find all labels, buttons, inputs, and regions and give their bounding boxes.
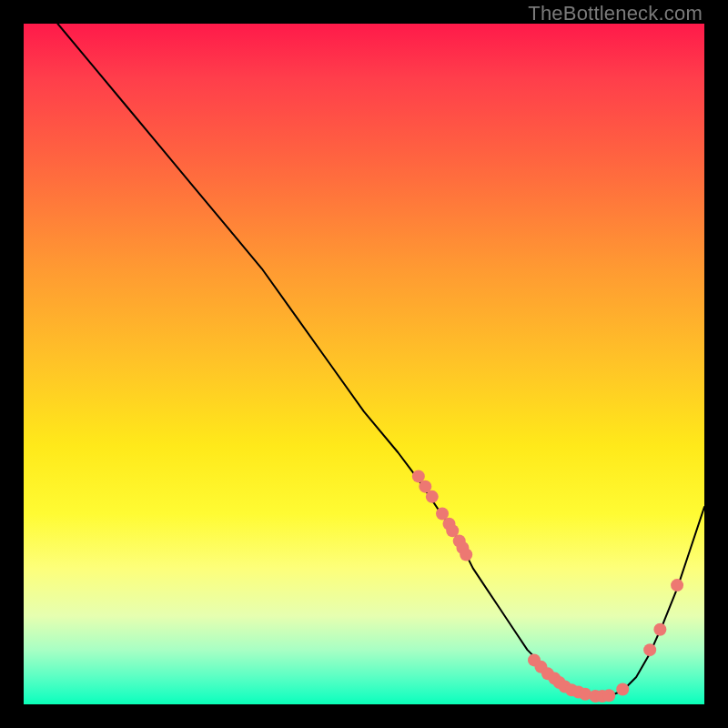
highlight-dot: [616, 683, 629, 696]
watermark-text: TheBottleneck.com: [528, 2, 703, 25]
highlight-dot: [643, 643, 656, 656]
highlight-dot: [671, 579, 683, 592]
chart-frame: TheBottleneck.com: [0, 0, 728, 728]
highlight-dot: [602, 689, 615, 702]
bottleneck-curve: [57, 24, 704, 696]
highlight-dot: [426, 490, 439, 503]
plot-area: [24, 24, 704, 704]
highlight-dot: [653, 623, 666, 636]
highlight-dot: [460, 548, 472, 561]
chart-overlay: [24, 24, 704, 704]
